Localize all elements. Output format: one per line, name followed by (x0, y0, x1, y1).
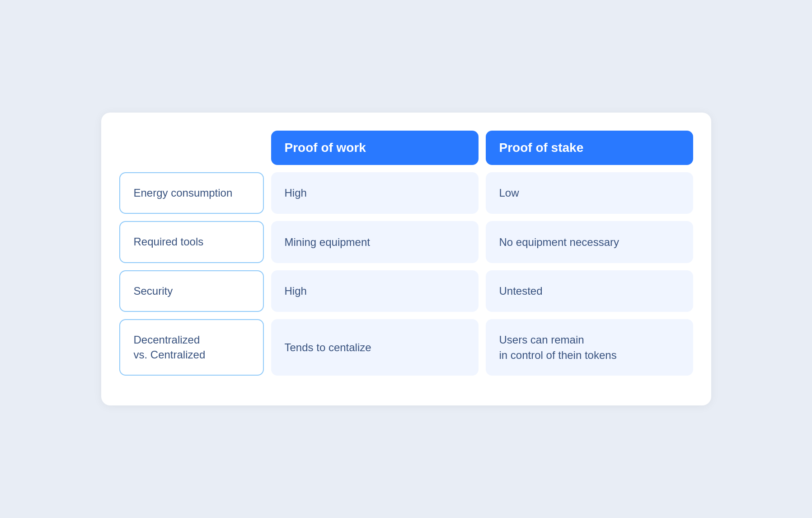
table-row: Decentralized vs. Centralized Tends to c… (119, 319, 693, 376)
table-row: Security High Untested (119, 270, 693, 312)
row-pos-tools-text: No equipment necessary (499, 235, 619, 250)
table-row: Required tools Mining equipment No equip… (119, 221, 693, 263)
row-label-decentralized: Decentralized vs. Centralized (119, 319, 264, 376)
row-pow-tools: Mining equipment (271, 221, 479, 263)
row-pos-security-text: Untested (499, 283, 543, 299)
row-pow-security: High (271, 270, 479, 312)
row-label-energy-text: Energy consumption (134, 186, 233, 200)
row-pow-decentralized: Tends to centalize (271, 319, 479, 376)
comparison-table: Proof of work Proof of stake Energy cons… (119, 131, 693, 376)
header-empty-cell (119, 131, 264, 165)
row-pow-security-text: High (285, 283, 307, 299)
row-pos-tools: No equipment necessary (486, 221, 693, 263)
table-header-row: Proof of work Proof of stake (119, 131, 693, 165)
row-pow-decentralized-text: Tends to centalize (285, 340, 371, 355)
header-pos-label: Proof of stake (499, 141, 584, 155)
row-label-security-text: Security (134, 284, 173, 298)
row-label-security: Security (119, 270, 264, 312)
row-pos-decentralized-text: Users can remain in control of thein tok… (499, 332, 617, 363)
row-label-tools-text: Required tools (134, 235, 204, 249)
row-label-tools: Required tools (119, 221, 264, 263)
row-pos-energy: Low (486, 172, 693, 214)
header-pow-label: Proof of work (285, 141, 366, 155)
row-pos-energy-text: Low (499, 185, 519, 201)
row-label-decentralized-text: Decentralized vs. Centralized (134, 333, 206, 362)
table-row: Energy consumption High Low (119, 172, 693, 214)
row-pow-energy-text: High (285, 185, 307, 201)
header-proof-of-work: Proof of work (271, 131, 479, 165)
row-label-energy: Energy consumption (119, 172, 264, 214)
row-pow-tools-text: Mining equipment (285, 235, 370, 250)
header-proof-of-stake: Proof of stake (486, 131, 693, 165)
comparison-card: Proof of work Proof of stake Energy cons… (101, 113, 711, 405)
row-pos-decentralized: Users can remain in control of thein tok… (486, 319, 693, 376)
row-pos-security: Untested (486, 270, 693, 312)
row-pow-energy: High (271, 172, 479, 214)
